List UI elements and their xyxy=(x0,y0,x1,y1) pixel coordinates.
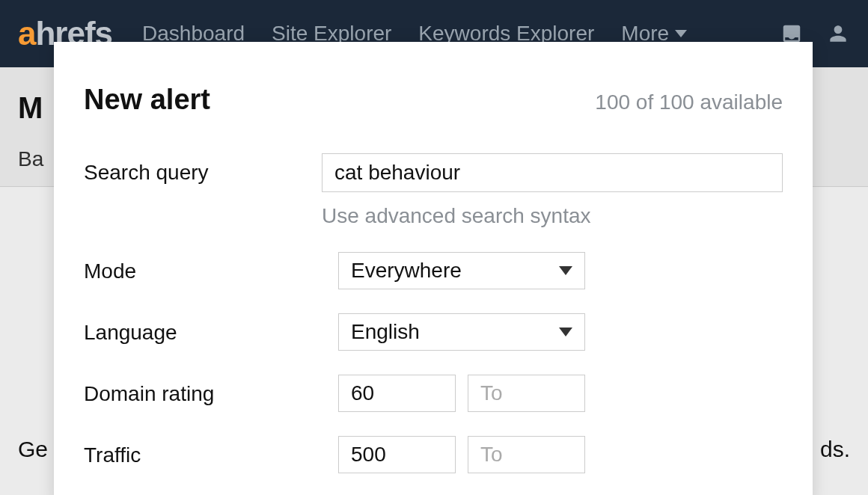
row-domain-rating: Domain rating xyxy=(84,375,783,412)
label-language: Language xyxy=(84,313,338,345)
mode-select-value: Everywhere xyxy=(351,259,559,283)
label-traffic: Traffic xyxy=(84,436,338,467)
alerts-available-count: 100 of 100 available xyxy=(595,90,783,114)
traffic-from-input[interactable] xyxy=(338,436,456,473)
domain-rating-to-input[interactable] xyxy=(468,375,585,412)
advanced-search-link[interactable]: Use advanced search syntax xyxy=(322,204,591,228)
new-alert-modal: New alert 100 of 100 available Search qu… xyxy=(54,42,813,495)
domain-rating-from-input[interactable] xyxy=(338,375,456,412)
row-language: Language English xyxy=(84,313,783,351)
chevron-down-icon xyxy=(675,30,687,37)
label-domain-rating: Domain rating xyxy=(84,375,338,406)
row-traffic: Traffic xyxy=(84,436,783,473)
language-select-value: English xyxy=(351,320,559,344)
row-search-query: Search query Use advanced search syntax xyxy=(84,153,783,228)
modal-header: New alert 100 of 100 available xyxy=(84,84,783,116)
modal-title: New alert xyxy=(84,84,210,116)
chevron-down-icon xyxy=(559,266,572,275)
traffic-to-input[interactable] xyxy=(468,436,585,473)
user-avatar-icon[interactable] xyxy=(826,22,850,46)
label-search-query: Search query xyxy=(84,153,322,185)
logo-a: a xyxy=(18,15,35,52)
chevron-down-icon xyxy=(559,328,572,336)
language-select[interactable]: English xyxy=(338,313,585,351)
mode-select[interactable]: Everywhere xyxy=(338,252,585,289)
page-body-text-left: Ge xyxy=(18,437,48,462)
search-query-input[interactable] xyxy=(322,153,783,192)
page-body-text-right: ds. xyxy=(820,437,850,462)
label-mode: Mode xyxy=(84,252,338,283)
row-mode: Mode Everywhere xyxy=(84,252,783,289)
